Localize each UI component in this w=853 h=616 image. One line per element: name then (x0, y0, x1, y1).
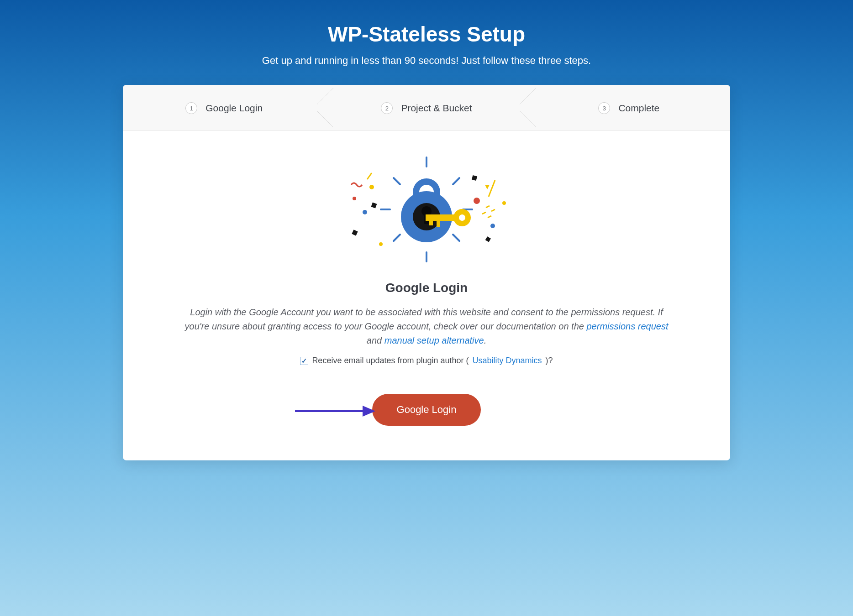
email-updates-option[interactable]: Receive email updates from plugin author… (150, 356, 703, 365)
step-label: Project & Bucket (401, 103, 472, 114)
step-number: 3 (598, 102, 610, 114)
manual-setup-link[interactable]: manual setup alternative (384, 335, 484, 345)
svg-point-14 (474, 198, 480, 204)
step-number: 1 (185, 102, 197, 114)
svg-point-15 (490, 224, 495, 228)
svg-rect-28 (437, 221, 440, 227)
blurb-text: . (484, 335, 487, 345)
opt-text: )? (546, 356, 553, 365)
section-title: Google Login (150, 281, 703, 295)
setup-card: 1 Google Login 2 Project & Bucket 3 Comp… (123, 85, 730, 460)
step-label: Complete (618, 103, 659, 114)
annotation-arrow-icon (294, 403, 376, 419)
plugin-author-link[interactable]: Usability Dynamics (473, 356, 542, 365)
step-3[interactable]: 3 Complete (528, 85, 730, 131)
svg-line-7 (394, 235, 400, 241)
svg-point-13 (379, 242, 383, 246)
wizard-steps: 1 Google Login 2 Project & Bucket 3 Comp… (123, 85, 730, 131)
page-subtitle: Get up and running in less than 90 secon… (0, 55, 853, 67)
svg-line-4 (394, 178, 400, 184)
section-description: Login with the Google Account you want t… (184, 305, 669, 348)
svg-rect-17 (485, 236, 491, 242)
step-label: Google Login (205, 103, 263, 114)
step-1[interactable]: 1 Google Login (123, 85, 325, 131)
svg-line-5 (453, 235, 459, 241)
opt-text: Receive email updates from plugin author… (312, 356, 469, 365)
svg-point-25 (459, 214, 465, 221)
svg-rect-16 (472, 175, 477, 181)
svg-point-8 (363, 210, 367, 214)
card-body: Google Login Login with the Google Accou… (123, 131, 730, 460)
permissions-request-link[interactable]: permissions request (586, 321, 668, 331)
lock-key-icon (340, 153, 513, 267)
google-login-button[interactable]: Google Login (372, 394, 481, 426)
step-2[interactable]: 2 Project & Bucket (325, 85, 527, 131)
blurb-text: and (367, 335, 384, 345)
svg-rect-27 (429, 221, 433, 225)
svg-line-6 (453, 178, 459, 184)
svg-rect-10 (352, 230, 358, 235)
page-title: WP-Stateless Setup (0, 22, 853, 47)
svg-rect-26 (426, 214, 455, 221)
svg-point-12 (353, 197, 356, 200)
svg-marker-18 (485, 185, 490, 189)
svg-point-9 (369, 185, 374, 189)
svg-point-19 (502, 201, 506, 205)
svg-rect-11 (371, 203, 377, 209)
email-updates-checkbox[interactable] (300, 357, 308, 365)
step-number: 2 (381, 102, 393, 114)
